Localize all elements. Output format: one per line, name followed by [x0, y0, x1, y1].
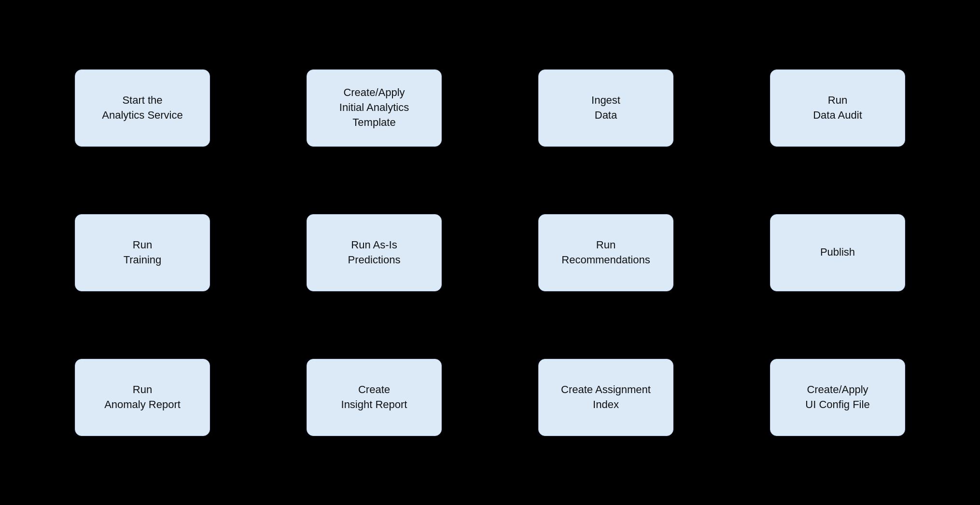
- card-run-as-is-predictions[interactable]: Run As-Is Predictions: [307, 214, 442, 291]
- card-publish[interactable]: Publish: [770, 214, 905, 291]
- card-label-run-as-is-predictions: Run As-Is Predictions: [348, 238, 401, 268]
- card-run-training[interactable]: Run Training: [75, 214, 210, 291]
- card-create-insight-report[interactable]: Create Insight Report: [307, 359, 442, 436]
- card-ingest-data[interactable]: Ingest Data: [538, 69, 673, 147]
- card-create-apply-ui-config[interactable]: Create/Apply UI Config File: [770, 359, 905, 436]
- card-create-apply-initial-template[interactable]: Create/Apply Initial Analytics Template: [307, 69, 442, 147]
- card-label-start-analytics-service: Start the Analytics Service: [102, 93, 183, 123]
- card-label-create-insight-report: Create Insight Report: [341, 382, 407, 412]
- card-run-recommendations[interactable]: Run Recommendations: [538, 214, 673, 291]
- card-label-create-assignment-index: Create Assignment Index: [561, 382, 651, 412]
- card-label-publish: Publish: [820, 245, 855, 260]
- card-run-data-audit[interactable]: Run Data Audit: [770, 69, 905, 147]
- card-label-create-apply-initial-template: Create/Apply Initial Analytics Template: [339, 85, 409, 130]
- card-label-run-data-audit: Run Data Audit: [813, 93, 862, 123]
- card-label-run-recommendations: Run Recommendations: [561, 238, 650, 268]
- card-label-ingest-data: Ingest Data: [591, 93, 620, 123]
- card-label-run-training: Run Training: [124, 238, 162, 268]
- main-grid: Start the Analytics ServiceCreate/Apply …: [46, 41, 934, 465]
- card-run-anomaly-report[interactable]: Run Anomaly Report: [75, 359, 210, 436]
- card-create-assignment-index[interactable]: Create Assignment Index: [538, 359, 673, 436]
- card-label-run-anomaly-report: Run Anomaly Report: [104, 382, 181, 412]
- card-label-create-apply-ui-config: Create/Apply UI Config File: [805, 382, 869, 412]
- card-start-analytics-service[interactable]: Start the Analytics Service: [75, 69, 210, 147]
